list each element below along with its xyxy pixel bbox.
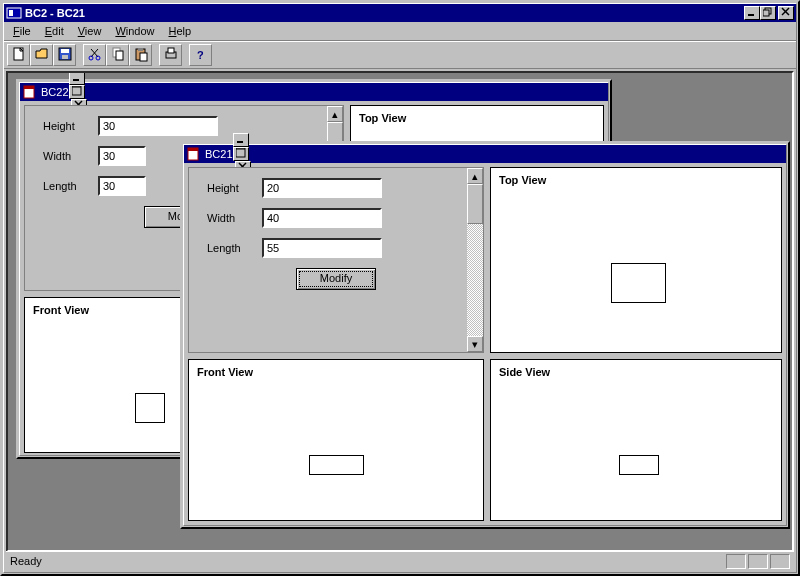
- copy-icon: [110, 46, 126, 64]
- bc21-length-label: Length: [207, 242, 262, 254]
- toolbar-help-button[interactable]: ?: [189, 44, 212, 66]
- restore-button[interactable]: [760, 6, 776, 20]
- svg-rect-4: [763, 10, 769, 16]
- new-file-icon: [11, 46, 27, 64]
- app-titlebar[interactable]: BC2 - BC21: [4, 4, 796, 22]
- bc22-maximize-button[interactable]: [69, 85, 85, 99]
- menu-help-label: elp: [176, 25, 191, 37]
- close-button[interactable]: [778, 6, 794, 20]
- bc22-top-view-label: Top View: [351, 106, 603, 130]
- bc21-top-view-panel: Top View: [490, 167, 782, 353]
- help-icon: ?: [193, 46, 209, 64]
- bc22-minimize-button[interactable]: [69, 71, 85, 85]
- bc21-front-view-box: [309, 455, 364, 475]
- app-frame: BC2 - BC21 File Edit View Window Help ?: [0, 0, 800, 576]
- svg-rect-11: [62, 55, 68, 59]
- minimize-button[interactable]: [744, 6, 760, 20]
- svg-rect-22: [168, 48, 174, 53]
- child-window-bc21[interactable]: BC21 Height Width: [180, 141, 790, 529]
- bc21-side-view-panel: Side View: [490, 359, 782, 521]
- menu-window-label: indow: [126, 25, 155, 37]
- bc21-width-input[interactable]: [262, 208, 382, 228]
- svg-marker-8: [36, 49, 47, 58]
- bc21-form-scrollbar[interactable]: ▴ ▾: [467, 168, 483, 352]
- bc21-form-panel: Height Width Length Modify ▴: [188, 167, 484, 353]
- bc22-height-label: Height: [43, 120, 98, 132]
- bc22-length-label: Length: [43, 180, 98, 192]
- open-folder-icon: [34, 46, 50, 64]
- status-pane-1: [726, 554, 746, 569]
- toolbar: ?: [4, 41, 796, 69]
- scroll-down-icon[interactable]: ▾: [467, 336, 483, 352]
- toolbar-copy-button[interactable]: [106, 44, 129, 66]
- bc21-modify-button[interactable]: Modify: [296, 268, 376, 290]
- toolbar-open-button[interactable]: [30, 44, 53, 66]
- svg-rect-32: [188, 148, 198, 151]
- scissors-icon: [87, 46, 103, 64]
- svg-text:?: ?: [197, 49, 204, 61]
- bc21-length-input[interactable]: [262, 238, 382, 258]
- save-disk-icon: [57, 46, 73, 64]
- paste-icon: [133, 46, 149, 64]
- bc21-side-view-label: Side View: [491, 360, 781, 384]
- bc22-height-input[interactable]: [98, 116, 218, 136]
- toolbar-cut-button[interactable]: [83, 44, 106, 66]
- statusbar: Ready: [6, 551, 794, 570]
- bc21-top-view-label: Top View: [491, 168, 781, 192]
- printer-icon: [163, 46, 179, 64]
- bc21-maximize-button[interactable]: [233, 147, 249, 161]
- toolbar-print-button[interactable]: [159, 44, 182, 66]
- app-title: BC2 - BC21: [25, 7, 744, 19]
- app-icon: [6, 5, 22, 21]
- toolbar-save-button[interactable]: [53, 44, 76, 66]
- scroll-up-icon[interactable]: ▴: [467, 168, 483, 184]
- doc-icon: [186, 146, 202, 162]
- bc21-side-view-box: [619, 455, 659, 475]
- bc21-minimize-button[interactable]: [233, 133, 249, 147]
- bc21-width-label: Width: [207, 212, 262, 224]
- bc22-width-label: Width: [43, 150, 98, 162]
- bc21-top-view-box: [611, 263, 666, 303]
- doc-icon: [22, 84, 38, 100]
- svg-rect-1: [9, 10, 13, 16]
- menu-file-label: ile: [20, 25, 31, 37]
- bc22-front-view-box: [135, 393, 165, 423]
- bc22-titlebar[interactable]: BC22: [20, 83, 608, 101]
- menu-view[interactable]: View: [71, 23, 109, 39]
- status-pane-3: [770, 554, 790, 569]
- mdi-client-area: BC22 Height Width: [6, 71, 794, 552]
- toolbar-paste-button[interactable]: [129, 44, 152, 66]
- bc22-length-input[interactable]: [98, 176, 146, 196]
- toolbar-new-button[interactable]: [7, 44, 30, 66]
- bc21-titlebar[interactable]: BC21: [184, 145, 786, 163]
- svg-rect-19: [138, 48, 143, 51]
- svg-rect-25: [24, 86, 34, 89]
- svg-rect-10: [61, 49, 69, 53]
- status-text: Ready: [10, 555, 724, 567]
- bc21-height-label: Height: [207, 182, 262, 194]
- bc22-width-input[interactable]: [98, 146, 146, 166]
- svg-rect-17: [116, 51, 123, 60]
- menu-file[interactable]: File: [6, 23, 38, 39]
- bc21-title: BC21: [205, 148, 233, 160]
- menubar: File Edit View Window Help: [4, 22, 796, 41]
- menu-edit[interactable]: Edit: [38, 23, 71, 39]
- svg-rect-20: [140, 53, 147, 61]
- scroll-up-icon[interactable]: ▴: [327, 106, 343, 122]
- bc21-height-input[interactable]: [262, 178, 382, 198]
- bc22-title: BC22: [41, 86, 69, 98]
- bc21-front-view-panel: Front View: [188, 359, 484, 521]
- status-pane-2: [748, 554, 768, 569]
- bc21-front-view-label: Front View: [189, 360, 483, 384]
- menu-window[interactable]: Window: [108, 23, 161, 39]
- menu-help[interactable]: Help: [162, 23, 199, 39]
- menu-view-label: iew: [85, 25, 102, 37]
- menu-edit-label: dit: [52, 25, 64, 37]
